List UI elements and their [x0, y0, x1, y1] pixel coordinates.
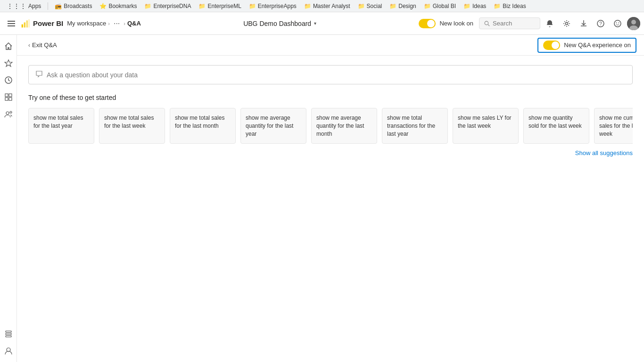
- suggestion-card-7[interactable]: show me sales LY for the last week: [453, 108, 519, 144]
- bookmark-label: EnterpriseApps: [258, 3, 297, 9]
- svg-rect-20: [5, 94, 8, 97]
- suggestion-card-3[interactable]: show me total sales for the last month: [170, 108, 236, 144]
- svg-rect-6: [29, 19, 30, 27]
- new-look-label: New look on: [439, 20, 473, 27]
- bookmark-ideas[interactable]: 📁 Ideas: [461, 2, 489, 10]
- sidebar-item-profile[interactable]: [1, 343, 16, 358]
- home-icon: [4, 42, 13, 50]
- search-box[interactable]: [479, 17, 540, 29]
- user-avatar[interactable]: [627, 17, 640, 30]
- suggestion-text: show me total transactions for the last …: [387, 115, 435, 137]
- bookmarks-bar: ⋮⋮⋮ Apps 📻 Broadcasts ⭐ Bookmarks 📁 Ente…: [0, 0, 644, 12]
- bell-icon: [546, 20, 553, 27]
- bookmark-bookmarks[interactable]: ⭐ Bookmarks: [97, 2, 140, 10]
- bookmark-enterpriseapps[interactable]: 📁 EnterpriseApps: [246, 2, 299, 10]
- breadcrumb-dots[interactable]: ···: [112, 19, 122, 28]
- main-layout: ‹ Exit Q&A New Q&A experience on Try one…: [0, 35, 644, 362]
- svg-rect-26: [6, 331, 11, 332]
- suggestion-text: show me quantity sold for the last week: [528, 115, 582, 129]
- suggestion-card-5[interactable]: show me average quantity for the last mo…: [311, 108, 377, 144]
- svg-rect-2: [8, 25, 15, 26]
- qa-question-input[interactable]: [47, 71, 626, 79]
- bookmark-enterpriseml[interactable]: 📁 EnterpriseML: [196, 2, 244, 10]
- new-look-toggle[interactable]: [419, 19, 436, 28]
- bookmark-label: Master Analyst: [313, 3, 350, 9]
- sidebar-item-apps[interactable]: [1, 90, 16, 105]
- left-sidebar: [0, 35, 17, 362]
- power-bi-logo: Power BI: [21, 19, 63, 28]
- svg-text:?: ?: [599, 21, 602, 26]
- bookmark-label: Ideas: [472, 3, 486, 9]
- suggestions-title: Try one of these to get started: [28, 94, 633, 101]
- svg-rect-23: [9, 98, 12, 100]
- download-button[interactable]: [576, 16, 591, 31]
- bookmark-global-bi[interactable]: 📁 Global BI: [421, 2, 459, 10]
- breadcrumb-separator: ›: [108, 21, 110, 26]
- help-button[interactable]: ?: [593, 16, 608, 31]
- emoji-button[interactable]: [610, 16, 625, 31]
- qa-toolbar: ‹ Exit Q&A New Q&A experience on: [17, 35, 644, 56]
- notifications-button[interactable]: [542, 16, 557, 31]
- suggestion-text: show me cumulative sales for the last we…: [599, 115, 633, 137]
- apps-button[interactable]: ⋮⋮⋮ Apps: [4, 1, 44, 11]
- svg-rect-28: [6, 336, 11, 337]
- show-all-suggestions-link[interactable]: Show all suggestions: [28, 149, 633, 156]
- svg-rect-4: [24, 22, 25, 27]
- sidebar-item-workspace[interactable]: [1, 326, 16, 341]
- new-look-toggle-container: New look on: [419, 19, 473, 28]
- workspace-link[interactable]: My workspace: [67, 20, 106, 27]
- bookmark-enterprisedna[interactable]: 📁 EnterpriseDNA: [141, 2, 194, 10]
- nav-center: UBG Demo Dashboard ▾: [141, 18, 419, 29]
- chevron-down-icon: ▾: [314, 21, 316, 26]
- suggestion-card-9[interactable]: show me cumulative sales for the last we…: [594, 108, 633, 144]
- search-input[interactable]: [493, 20, 535, 27]
- suggestion-card-1[interactable]: show me total sales for the last year: [28, 108, 94, 144]
- suggestion-card-2[interactable]: show me total sales for the last week: [99, 108, 165, 144]
- suggestion-text: show me total sales for the last year: [33, 115, 83, 129]
- suggestion-card-6[interactable]: show me total transactions for the last …: [382, 108, 448, 144]
- exit-qa-button[interactable]: ‹ Exit Q&A: [25, 40, 61, 50]
- suggestion-text: show me average quantity for the last mo…: [316, 115, 364, 137]
- sidebar-item-favorites[interactable]: [1, 56, 16, 71]
- sidebar-item-home[interactable]: [1, 39, 16, 54]
- dashboard-title-button[interactable]: UBG Demo Dashboard ▾: [239, 18, 320, 29]
- bookmark-master-analyst[interactable]: 📁 Master Analyst: [301, 2, 353, 10]
- bookmark-design[interactable]: 📁 Design: [387, 2, 419, 10]
- hamburger-menu-button[interactable]: [4, 16, 19, 31]
- suggestion-card-8[interactable]: show me quantity sold for the last week: [523, 108, 589, 144]
- exit-qa-label: Exit Q&A: [32, 41, 57, 49]
- svg-point-13: [616, 22, 617, 23]
- search-icon: [484, 20, 490, 27]
- bookmark-biz-ideas[interactable]: 📁 Biz Ideas: [491, 2, 528, 10]
- suggestion-card-4[interactable]: show me average quantity for the last ye…: [240, 108, 306, 144]
- breadcrumb-current-page: Q&A: [127, 20, 141, 27]
- svg-rect-1: [8, 23, 15, 24]
- qa-input-container[interactable]: [28, 65, 633, 84]
- new-qa-label: New Q&A experience on: [564, 41, 631, 49]
- suggestion-text: show me average quantity for the last ye…: [246, 115, 293, 137]
- sidebar-item-shared[interactable]: [1, 107, 16, 122]
- sidebar-item-recent[interactable]: [1, 73, 16, 88]
- back-arrow-icon: ‹: [28, 42, 30, 49]
- shared-icon: [4, 110, 13, 118]
- settings-button[interactable]: [559, 16, 574, 31]
- svg-rect-3: [22, 24, 23, 27]
- bookmark-label: EnterpriseML: [207, 3, 241, 9]
- dashboard-title-text: UBG Demo Dashboard: [243, 20, 311, 27]
- svg-point-7: [485, 21, 488, 25]
- breadcrumb-separator-2: ›: [124, 21, 125, 26]
- svg-point-9: [566, 22, 568, 25]
- suggestion-text: show me total sales for the last month: [175, 115, 224, 129]
- brand-name: Power BI: [33, 19, 63, 27]
- svg-point-25: [10, 111, 12, 113]
- bookmark-label: Biz Ideas: [503, 3, 526, 9]
- bookmark-social[interactable]: 📁 Social: [355, 2, 385, 10]
- new-qa-toggle[interactable]: [543, 41, 560, 50]
- svg-point-12: [614, 20, 621, 27]
- bookmark-broadcasts[interactable]: 📻 Broadcasts: [52, 2, 95, 10]
- breadcrumb: My workspace › ··· › Q&A: [67, 19, 141, 28]
- bookmark-label: EnterpriseDNA: [153, 3, 191, 9]
- suggestion-text: show me sales LY for the last week: [458, 115, 512, 129]
- content-area: ‹ Exit Q&A New Q&A experience on Try one…: [17, 35, 644, 362]
- avatar-image: [627, 17, 640, 30]
